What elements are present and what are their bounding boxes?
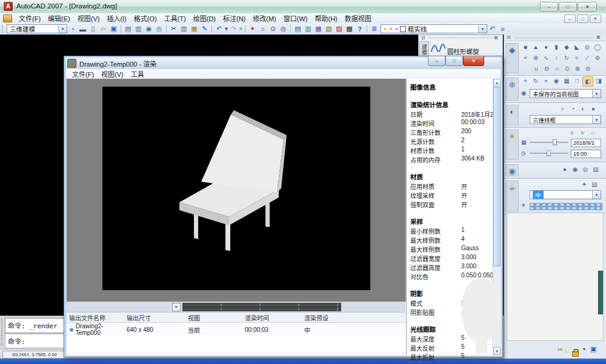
properties-button[interactable]: ▤ <box>293 24 303 34</box>
sun-time-slider[interactable] <box>530 150 568 156</box>
table-header-cell[interactable]: 渲染时间 <box>245 313 304 322</box>
material-mapping-icon[interactable]: ▤ <box>591 165 601 174</box>
named-views-icon[interactable]: ◨ <box>594 76 604 85</box>
zoom-realtime-button[interactable]: ○ <box>258 24 268 34</box>
render-settings-icon[interactable]: ▤ <box>590 180 599 189</box>
render-menu-item[interactable]: 视图(V) <box>98 68 127 79</box>
separator[interactable] <box>290 25 291 33</box>
planar-surface-icon[interactable]: ◯ <box>593 42 602 51</box>
auto-hide-icon[interactable]: ✂ <box>558 346 563 354</box>
slice-icon[interactable]: ∕ <box>582 53 592 62</box>
layer-states-button[interactable]: ≡ <box>498 24 508 34</box>
separator[interactable] <box>121 25 121 33</box>
menu-item[interactable]: 窗口(W) <box>280 13 311 24</box>
render-asterisk-icon[interactable]: ✳ <box>521 202 526 208</box>
render-panel-icon[interactable]: ☕ <box>505 180 519 212</box>
doc-restore-button[interactable]: □ <box>577 15 588 23</box>
material-globe-icon[interactable]: ◎ <box>581 165 590 174</box>
help-button[interactable]: ? <box>355 24 365 34</box>
palette-side-tab[interactable] <box>598 271 603 314</box>
palette-close-icon[interactable]: ⊠ <box>494 36 498 41</box>
layer-dropdown[interactable]: ● ☀ ● 粗实线 ▾ <box>381 24 487 33</box>
menu-item[interactable]: 编辑(E) <box>44 13 74 24</box>
light-list-icon[interactable]: ▱ <box>588 128 598 137</box>
visual-style-dropdown[interactable]: 三维线框 ▾ <box>530 115 601 124</box>
hidden-view-icon[interactable]: ◧ <box>582 76 593 87</box>
hidden-style-icon[interactable]: ◐ <box>578 104 588 113</box>
separator[interactable] <box>367 25 367 33</box>
wireframe-3d-icon[interactable]: ◔ <box>568 104 578 113</box>
zoom-window-button[interactable]: ⊙ <box>268 24 278 34</box>
dashboard-collapse-icon[interactable]: ⊟ <box>507 35 511 40</box>
sun-status-icon[interactable]: ✳ <box>567 128 577 137</box>
render-environment-icon[interactable]: ✦ <box>579 180 589 189</box>
navigate-panel-icon[interactable]: ⊕ <box>505 78 519 101</box>
quick-calc-button[interactable]: ▩ <box>344 24 355 34</box>
walk-icon[interactable]: ▦ <box>562 76 571 85</box>
press-pull-icon[interactable]: ⊕ <box>531 53 541 62</box>
menu-item[interactable]: 标注(N) <box>219 13 249 24</box>
dashboard-close-icon[interactable]: ⊠ <box>596 35 601 40</box>
render-maximize-button[interactable]: □ <box>445 56 463 66</box>
separator[interactable] <box>211 25 212 33</box>
materials-panel-icon[interactable]: ◉ <box>505 164 519 176</box>
workspace-dropdown[interactable]: 三维建模 ▾ <box>7 24 67 33</box>
set-view-icon[interactable]: ◉ <box>521 90 527 96</box>
coordinates-readout[interactable]: -59.2467, 3.7585, 0.00 <box>2 351 65 359</box>
sweep-icon[interactable]: ∿ <box>541 53 551 62</box>
material-sphere-icon[interactable]: ● <box>560 165 570 174</box>
dashboard-grab-bar[interactable] <box>514 38 594 38</box>
publish-button[interactable]: ◉ <box>144 24 154 34</box>
lock-icon[interactable] <box>572 348 579 359</box>
pan-icon[interactable]: + <box>521 76 530 85</box>
render-close-button[interactable]: ✕ <box>463 56 484 66</box>
maximize-button[interactable]: □ <box>559 2 577 12</box>
sun-date-field[interactable]: 2018/9/2 <box>571 139 601 147</box>
3d-make-panel-icon[interactable]: ◆ <box>505 43 519 73</box>
palette-tool-label[interactable]: 圆柱形螺旋 <box>447 47 479 56</box>
box-icon[interactable]: ■ <box>521 42 530 51</box>
redo-button[interactable]: ↷ <box>228 24 239 34</box>
render-menu-item[interactable]: 文件(F) <box>68 68 98 79</box>
torus-icon[interactable]: ◎ <box>582 42 592 51</box>
3d-rotate-icon[interactable]: ⊗ <box>573 64 582 73</box>
extrude-icon[interactable]: ↑ <box>551 53 561 62</box>
light-panel-icon[interactable]: ☀ <box>505 130 519 160</box>
table-header-cell[interactable]: 渲染预设 <box>304 313 405 322</box>
scroll-up-icon[interactable]: ▲ <box>493 79 501 87</box>
sphere-icon[interactable]: ● <box>541 42 551 51</box>
sun-date-slider[interactable] <box>530 139 568 145</box>
layer-previous-button[interactable]: ↶ <box>487 24 498 34</box>
zoom-previous-button[interactable]: ◎ <box>278 24 288 34</box>
named-view-dropdown[interactable]: 未保存的当前视图 ▾ <box>530 89 601 98</box>
copy-button[interactable]: ▥ <box>179 24 189 34</box>
menu-item[interactable]: 数据视图 <box>341 13 375 24</box>
union-icon[interactable]: ∪ <box>531 64 541 73</box>
sheet-set-button[interactable]: ▧ <box>324 24 334 34</box>
save-button[interactable]: ▣ <box>108 24 119 34</box>
helix-tool-icon[interactable]: ⊚ <box>593 53 602 62</box>
command-window-grip[interactable] <box>1 319 4 345</box>
match-properties-button[interactable]: ✎ <box>199 24 210 34</box>
render-menu-item[interactable]: 工具 <box>127 68 148 79</box>
menu-item[interactable]: 文件(F) <box>15 13 44 24</box>
separator[interactable] <box>245 25 245 33</box>
look-icon[interactable]: ⌖ <box>541 76 551 85</box>
render-preset-dropdown[interactable]: 中 ▾ <box>530 190 601 199</box>
workspace-settings-button[interactable]: ◔ <box>67 24 78 34</box>
doc-minimize-button[interactable]: – <box>564 15 576 23</box>
loft-icon[interactable]: ≈ <box>572 53 582 62</box>
toolbar-grip[interactable] <box>2 25 5 33</box>
cut-button[interactable]: ✂ <box>168 24 179 34</box>
3d-align-icon[interactable]: ⊘ <box>583 64 593 73</box>
minimize-button[interactable]: – <box>540 2 558 12</box>
intersect-icon[interactable]: ∩ <box>552 64 562 73</box>
menu-item[interactable]: 格式(O) <box>130 13 161 24</box>
markup-button[interactable]: ▨ <box>334 24 344 34</box>
table-header-cell[interactable]: 视图 <box>188 313 245 322</box>
tool-palettes-button[interactable]: ▦ <box>313 24 324 34</box>
render-minimize-button[interactable]: – <box>428 56 445 66</box>
close-button[interactable]: ✕ <box>578 2 597 12</box>
plot-button[interactable]: ▤ <box>123 24 133 34</box>
design-center-button[interactable]: ▥ <box>303 24 313 34</box>
